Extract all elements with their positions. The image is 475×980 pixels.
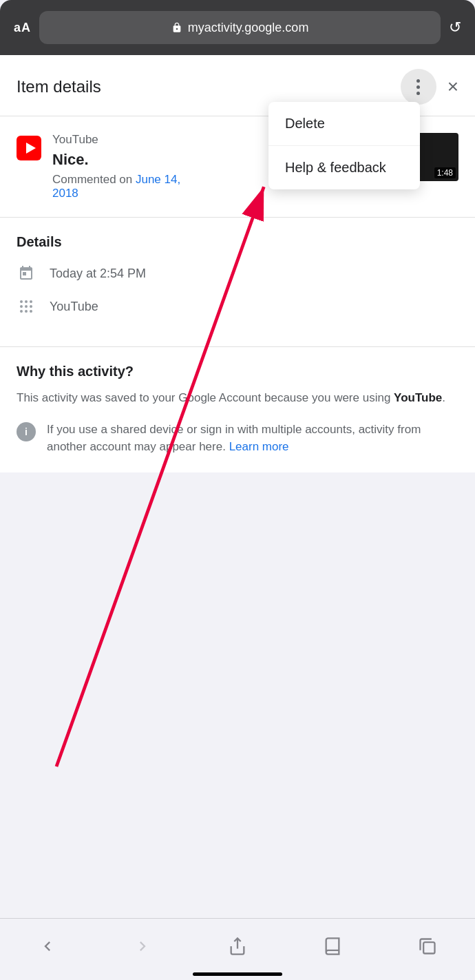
grid-icon: [17, 297, 36, 316]
meta-prefix: Commented on: [52, 173, 136, 186]
back-button[interactable]: [38, 937, 57, 956]
details-section-title: Details: [17, 234, 458, 250]
svg-point-10: [30, 310, 32, 313]
info-icon: i: [17, 422, 36, 441]
info-text: If you use a shared device or sign in wi…: [47, 421, 458, 456]
timestamp-row: Today at 2:54 PM: [17, 264, 458, 283]
activity-year: 2018: [52, 187, 78, 200]
activity-year-link[interactable]: 2018: [52, 187, 78, 200]
dropdown-menu: Delete Help & feedback: [268, 102, 420, 189]
svg-point-9: [25, 310, 28, 313]
browser-bar: aA myactivity.google.com ↺: [0, 0, 475, 55]
svg-rect-13: [423, 942, 434, 953]
page-wrapper: aA myactivity.google.com ↺ Item details …: [0, 0, 475, 534]
bookmarks-button[interactable]: [323, 937, 342, 956]
details-section: Details Today at 2:54 PM YouTube: [0, 218, 475, 346]
calendar-icon: [17, 264, 36, 283]
activity-date: June 14,: [136, 173, 180, 186]
why-title: Why this activity?: [17, 364, 458, 379]
dots-icon: [416, 79, 420, 95]
youtube-icon: [17, 136, 41, 160]
more-options-button[interactable]: [401, 69, 436, 105]
svg-point-3: [25, 300, 28, 303]
help-feedback-menu-item[interactable]: Help & feedback: [268, 146, 420, 189]
home-indicator: [193, 972, 282, 976]
lock-icon: [171, 22, 182, 33]
svg-point-6: [25, 305, 28, 308]
info-box: i If you use a shared device or sign in …: [17, 421, 458, 456]
svg-point-4: [30, 300, 32, 303]
page-header: Item details × Delete Help & feedback: [0, 55, 475, 116]
service-text: YouTube: [50, 300, 98, 314]
browser-aa-label[interactable]: aA: [14, 21, 31, 35]
svg-point-5: [20, 305, 23, 308]
why-suffix: .: [442, 391, 445, 404]
why-prefix: This activity was saved to your Google A…: [17, 391, 394, 404]
activity-date-link[interactable]: June 14,: [136, 173, 180, 186]
refresh-icon[interactable]: ↺: [449, 19, 461, 37]
svg-point-2: [20, 300, 23, 303]
why-description: This activity was saved to your Google A…: [17, 389, 458, 407]
forward-button[interactable]: [133, 937, 152, 956]
dot-1: [416, 79, 420, 83]
service-row: YouTube: [17, 297, 458, 316]
svg-point-8: [20, 310, 23, 313]
share-button[interactable]: [228, 937, 247, 956]
timestamp-text: Today at 2:54 PM: [50, 267, 146, 281]
browser-url-bar[interactable]: myactivity.google.com: [39, 11, 441, 44]
page-title: Item details: [17, 77, 101, 96]
dot-3: [416, 92, 420, 95]
tabs-button[interactable]: [418, 937, 437, 956]
url-text: myactivity.google.com: [188, 21, 309, 35]
thumbnail-duration: 1:48: [434, 167, 456, 178]
learn-more-link[interactable]: Learn more: [229, 440, 289, 453]
bottom-nav-bar: [0, 918, 475, 980]
delete-menu-item[interactable]: Delete: [268, 102, 420, 146]
close-button[interactable]: ×: [447, 77, 458, 96]
svg-point-7: [30, 305, 32, 308]
dot-2: [416, 85, 420, 89]
header-actions: ×: [401, 69, 458, 105]
why-service-bold: YouTube: [394, 391, 442, 404]
bottom-spacer: [0, 472, 475, 534]
why-section: Why this activity? This activity was sav…: [0, 347, 475, 472]
